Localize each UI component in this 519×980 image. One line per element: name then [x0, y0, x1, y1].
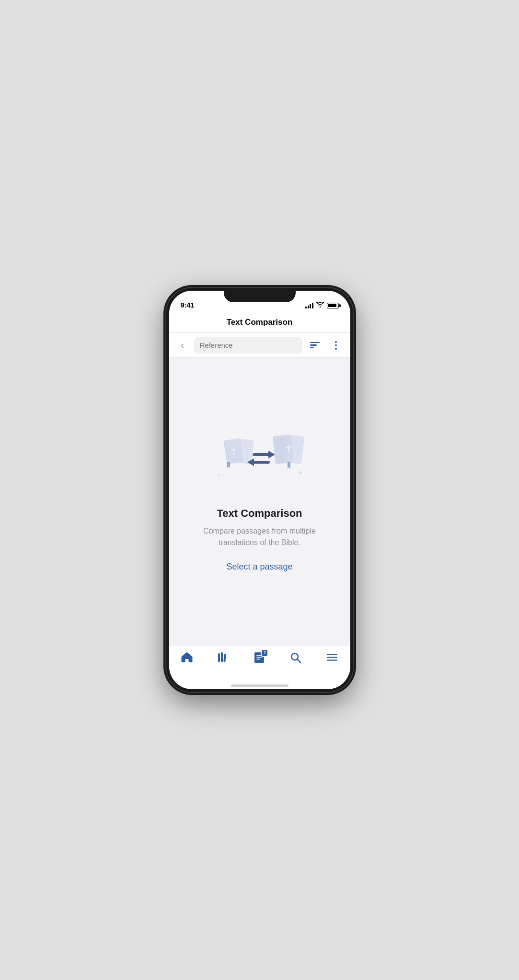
search-tab-icon: [289, 651, 302, 663]
svg-text:✝: ✝: [284, 443, 293, 455]
screen: 9:41 Text Comp: [169, 291, 350, 689]
reader-badge: 7: [261, 649, 268, 657]
lines-button[interactable]: [306, 337, 323, 354]
reference-input[interactable]: [194, 337, 302, 353]
svg-rect-16: [185, 659, 188, 662]
nav-title: Text Comparison: [227, 318, 293, 327]
feature-title: Text Comparison: [217, 507, 302, 520]
home-bar: [231, 684, 288, 687]
svg-point-3: [218, 474, 220, 476]
home-indicator: [169, 685, 350, 689]
svg-line-25: [297, 659, 300, 662]
phone-frame: 9:41 Text Comp: [166, 288, 353, 692]
reader-tab-icon: 7: [253, 651, 265, 663]
back-chevron-icon: ‹: [181, 340, 184, 351]
svg-rect-22: [256, 657, 262, 658]
toolbar: ‹: [169, 333, 350, 358]
svg-rect-18: [221, 652, 223, 662]
tab-home[interactable]: [169, 651, 206, 663]
svg-point-2: [299, 471, 302, 474]
status-icons: [305, 302, 339, 309]
status-time: 9:41: [181, 301, 195, 309]
tab-library[interactable]: [205, 651, 242, 663]
more-tab-icon: [326, 651, 338, 663]
svg-rect-28: [327, 660, 337, 661]
dots-menu-icon: [335, 341, 337, 350]
tab-search[interactable]: [277, 651, 314, 663]
hamburger-icon: [326, 651, 338, 663]
tab-more[interactable]: [314, 651, 350, 663]
svg-rect-23: [256, 659, 260, 660]
more-menu-button[interactable]: [327, 337, 345, 354]
tab-reader[interactable]: 7: [242, 651, 278, 663]
notch: [224, 288, 296, 302]
svg-marker-9: [268, 451, 275, 458]
battery-icon: [327, 303, 339, 308]
main-content: ✝ ✝ Text Comparison: [169, 358, 350, 646]
library-tab-icon: [217, 651, 230, 663]
select-passage-button[interactable]: Select a passage: [226, 560, 292, 574]
svg-rect-27: [327, 657, 337, 658]
svg-rect-26: [327, 654, 337, 655]
search-icon: [289, 651, 302, 663]
svg-marker-7: [227, 462, 230, 468]
home-icon: [181, 651, 193, 663]
feature-description: Compare passages from multiple translati…: [193, 525, 327, 548]
lines-icon: [310, 342, 320, 349]
svg-rect-17: [218, 653, 220, 662]
tab-bar: 7: [169, 646, 350, 685]
library-icon: [217, 651, 230, 663]
comparison-illustration: ✝ ✝: [212, 430, 308, 492]
svg-marker-15: [288, 462, 290, 469]
home-tab-icon: [181, 651, 193, 663]
svg-rect-19: [223, 654, 226, 662]
back-button[interactable]: ‹: [175, 338, 190, 353]
svg-text:✝: ✝: [229, 446, 237, 456]
wifi-icon: [316, 302, 324, 309]
nav-bar: Text Comparison: [169, 312, 350, 333]
signal-icon: [305, 303, 313, 308]
